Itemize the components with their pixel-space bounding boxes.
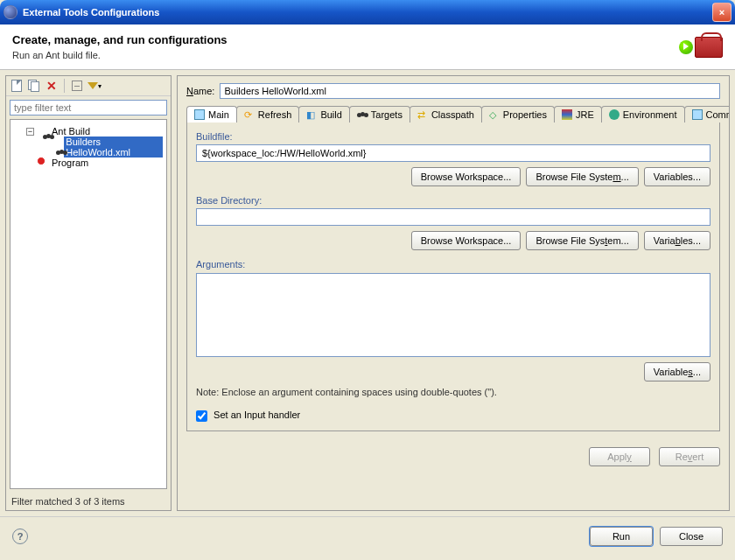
filter-menu-button[interactable]: ▾	[88, 79, 102, 93]
filter-status: Filter matched 3 of 3 items	[6, 493, 171, 510]
config-tree[interactable]: − Ant Build Builders HelloWorld.xml Prog…	[10, 119, 167, 489]
tab-environment[interactable]: Environment	[601, 106, 685, 122]
tab-classpath[interactable]: ⇄Classpath	[410, 106, 482, 122]
duplicate-config-button[interactable]	[27, 79, 41, 93]
new-config-button[interactable]	[10, 79, 24, 93]
arguments-legend: Arguments:	[196, 259, 710, 270]
tab-properties[interactable]: ◇Properties	[481, 106, 555, 122]
footer: ? Run Close	[0, 516, 735, 555]
tab-common[interactable]: Common	[684, 106, 730, 122]
left-panel: ✕ ▾ − Ant Build Builders HelloWorld.xml …	[5, 75, 172, 511]
arguments-variables-button[interactable]: Variables...	[644, 362, 710, 382]
tab-jre[interactable]: JRE	[554, 106, 602, 122]
tab-main[interactable]: Main	[186, 106, 237, 122]
tab-build[interactable]: ◧Build	[298, 106, 349, 122]
left-toolbar: ✕ ▾	[6, 76, 171, 96]
basedir-legend: Base Directory:	[196, 195, 710, 206]
window-title: External Tools Configurations	[23, 7, 712, 18]
tab-content-main: Buildfile: Browse Workspace... Browse Fi…	[186, 122, 720, 431]
name-label: Name:	[186, 86, 214, 96]
basedir-input[interactable]	[196, 208, 710, 226]
basedir-browse-workspace-button[interactable]: Browse Workspace...	[411, 231, 522, 250]
run-icon	[679, 40, 693, 54]
revert-button[interactable]: Revert	[659, 447, 720, 466]
basedir-section: Base Directory: Browse Workspace... Brow…	[196, 195, 710, 250]
buildfile-variables-button[interactable]: Variables...	[644, 167, 710, 186]
close-button[interactable]: Close	[660, 527, 723, 546]
filter-input[interactable]	[10, 100, 167, 116]
buildfile-browse-filesystem-button[interactable]: Browse File System...	[526, 167, 638, 186]
buildfile-section: Buildfile: Browse Workspace... Browse Fi…	[196, 131, 710, 186]
arguments-section: Arguments: Variables... Note: Enclose an…	[196, 259, 710, 397]
header-subtitle: Run an Ant build file.	[12, 50, 228, 60]
buildfile-input[interactable]	[196, 144, 710, 162]
tree-item-builders-helloworld[interactable]: Builders HelloWorld.xml	[10, 139, 166, 155]
help-button[interactable]: ?	[12, 528, 28, 544]
right-panel: Name: Main ⟳Refresh ◧Build Targets ⇄Clas…	[177, 75, 730, 511]
buildfile-legend: Buildfile:	[196, 131, 710, 142]
close-window-button[interactable]: ×	[712, 3, 732, 22]
header-title: Create, manage, and run configurations	[12, 33, 228, 46]
run-button[interactable]: Run	[590, 527, 653, 546]
tab-bar: Main ⟳Refresh ◧Build Targets ⇄Classpath …	[186, 106, 720, 122]
delete-config-button[interactable]: ✕	[45, 79, 59, 93]
collapse-all-button[interactable]	[70, 79, 84, 93]
header: Create, manage, and run configurations R…	[0, 24, 735, 70]
input-handler-row: Set an Input handler	[196, 410, 710, 422]
arguments-note: Note: Enclose an argument containing spa…	[196, 387, 710, 397]
arguments-textarea[interactable]	[196, 273, 710, 357]
basedir-variables-button[interactable]: Variables...	[644, 231, 710, 250]
input-handler-label: Set an Input handler	[214, 410, 300, 420]
basedir-browse-filesystem-button[interactable]: Browse File System...	[526, 231, 638, 250]
tab-targets[interactable]: Targets	[349, 106, 410, 122]
toolbox-icon	[695, 37, 723, 58]
titlebar: External Tools Configurations ×	[0, 0, 735, 24]
tab-refresh[interactable]: ⟳Refresh	[236, 106, 300, 122]
apply-button[interactable]: Apply	[589, 447, 650, 466]
buildfile-browse-workspace-button[interactable]: Browse Workspace...	[411, 167, 522, 186]
input-handler-checkbox[interactable]	[196, 410, 207, 422]
eclipse-icon	[4, 5, 18, 19]
name-input[interactable]	[220, 83, 720, 99]
